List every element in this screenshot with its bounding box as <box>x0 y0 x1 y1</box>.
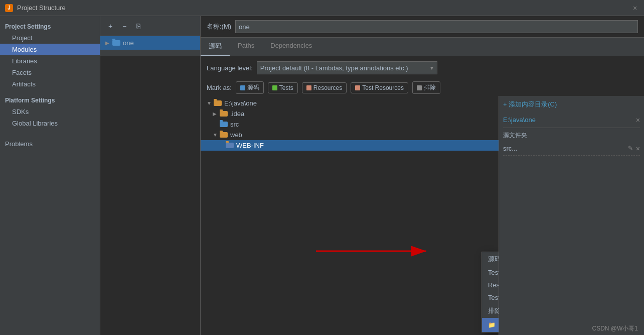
add-content-button[interactable]: + 添加内容目录(C) <box>503 100 557 109</box>
tree-label-idea: .idea <box>230 110 244 118</box>
mark-test-resources-button[interactable]: Test Resources <box>351 82 408 93</box>
project-settings-label: Project Settings <box>0 20 100 32</box>
source-panel-close[interactable]: × <box>636 116 640 124</box>
title-bar: J Project Structure × <box>0 0 644 16</box>
tree-item-root[interactable]: ▼ E:\java\one <box>201 98 499 108</box>
tree-arrow-idea: ▶ <box>213 111 219 117</box>
tree-item-webinf[interactable]: WEB-INF <box>201 140 499 151</box>
language-select-wrapper: Project default (8 - Lambdas, type annot… <box>257 61 437 74</box>
tree-arrow-icon: ▶ <box>105 40 111 46</box>
resources-color-dot <box>306 85 311 90</box>
sidebar-problems[interactable]: Problems <box>0 137 100 151</box>
mark-sources-button[interactable]: 源码 <box>236 81 264 94</box>
mark-exclude-button[interactable]: 排除 <box>412 81 440 94</box>
ctx-item-tests[interactable]: Tests Alt+T <box>482 266 499 279</box>
module-list: ▶ one <box>100 36 200 56</box>
tree-folder-icon-idea <box>220 111 228 117</box>
app-icon: J <box>5 4 13 12</box>
test-resources-color-dot <box>355 85 360 90</box>
close-button[interactable]: × <box>631 4 639 12</box>
tree-label-web: web <box>230 131 242 139</box>
sidebar-divider <box>0 90 100 94</box>
main-container: Project Settings Project Modules Librari… <box>0 16 644 335</box>
window-title: Project Structure <box>17 4 631 12</box>
sidebar-item-modules[interactable]: Modules <box>0 44 100 55</box>
module-folder-icon <box>112 40 120 46</box>
mark-tests-button[interactable]: Tests <box>268 82 298 93</box>
tree-arrow-root: ▼ <box>207 100 213 106</box>
sources-color-dot <box>240 85 245 90</box>
sidebar-item-sdks[interactable]: SDKs <box>0 106 100 118</box>
tree-label-root: E:\java\one <box>224 99 257 107</box>
mark-as-row: Mark as: 源码 Tests Resources Test Resourc… <box>201 79 644 96</box>
edit-icon[interactable]: ✎ <box>628 145 633 153</box>
right-pane: 名称:(M) 源码 Paths Dependencies Language le… <box>201 16 644 335</box>
tree-folder-icon-src <box>220 122 228 127</box>
module-item-one[interactable]: ▶ one <box>100 36 200 50</box>
file-tree: ▼ E:\java\one ▶ .idea src <box>201 96 499 335</box>
bottom-bar: CSDN @W小哥1 <box>586 322 644 335</box>
tree-item-idea[interactable]: ▶ .idea <box>201 108 499 119</box>
ctx-item-test-resources[interactable]: Test Resources <box>482 291 499 304</box>
ctx-item-yuanma[interactable]: 源码 Alt+S <box>482 252 499 266</box>
tab-paths[interactable]: Paths <box>230 38 262 56</box>
watermark-text: CSDN @W小哥1 <box>592 325 638 332</box>
tab-source[interactable]: 源码 <box>201 38 230 56</box>
language-select[interactable]: Project default (8 - Lambdas, type annot… <box>257 61 437 74</box>
tree-label-src: src <box>230 121 239 128</box>
src-path: src... <box>503 143 517 154</box>
sidebar-divider2 <box>0 129 100 133</box>
new-folder-icon: 📁 <box>488 321 496 328</box>
ctx-item-resources[interactable]: Resources <box>482 279 499 291</box>
name-label: 名称:(M) <box>207 22 231 31</box>
copy-module-button[interactable]: ⎘ <box>132 20 144 32</box>
tree-item-src[interactable]: src <box>201 119 499 130</box>
platform-settings-label: Platform Settings <box>0 94 100 106</box>
tree-folder-icon-root <box>214 100 222 106</box>
sidebar-item-global-libraries[interactable]: Global Libraries <box>0 118 100 129</box>
sidebar-item-facets[interactable]: Facets <box>0 67 100 78</box>
source-panel: + 添加内容目录(C) E:\java\one × 源文件夹 src... ✎ … <box>499 96 644 335</box>
module-toolbar: + − ⎘ <box>100 16 200 36</box>
tree-folder-icon-web <box>220 132 228 138</box>
remove-module-button[interactable]: − <box>118 20 130 32</box>
left-pane: + − ⎘ ▶ one <box>100 16 201 335</box>
mark-resources-button[interactable]: Resources <box>302 82 347 93</box>
name-row: 名称:(M) <box>201 16 644 38</box>
module-name: one <box>123 39 134 47</box>
tab-dependencies[interactable]: Dependencies <box>262 38 320 56</box>
source-tag: 源文件夹 <box>503 131 527 140</box>
tabs-row: 源码 Paths Dependencies <box>201 38 644 56</box>
ctx-item-new-folder[interactable]: 📁 新建文件夹... <box>482 318 499 332</box>
tree-folder-icon-webinf <box>226 143 234 148</box>
sidebar-item-libraries[interactable]: Libraries <box>0 55 100 67</box>
mark-as-label: Mark as: <box>207 84 232 91</box>
name-input[interactable] <box>235 20 638 33</box>
exclude-color-dot <box>417 85 422 90</box>
sidebar-item-artifacts[interactable]: Artifacts <box>0 78 100 90</box>
tests-color-dot <box>272 85 277 90</box>
ctx-item-pachu[interactable]: 排除 Alt+E <box>482 304 499 318</box>
sidebar-item-project[interactable]: Project <box>0 32 100 44</box>
add-module-button[interactable]: + <box>104 20 116 32</box>
content-split: + − ⎘ ▶ one 名称:(M) 源码 Paths <box>100 16 644 335</box>
language-level-row: Language level: Project default (8 - Lam… <box>201 56 644 79</box>
path-label: E:\java\one <box>503 114 536 126</box>
tree-arrow-web: ▼ <box>213 132 219 138</box>
language-level-label: Language level: <box>207 64 253 72</box>
sidebar: Project Settings Project Modules Librari… <box>0 16 100 335</box>
tree-item-web[interactable]: ▼ web <box>201 130 499 140</box>
tree-label-webinf: WEB-INF <box>236 142 264 149</box>
src-close-icon[interactable]: × <box>636 145 640 153</box>
context-menu: 源码 Alt+S Tests Alt+T Resources Test Reso… <box>481 252 499 332</box>
